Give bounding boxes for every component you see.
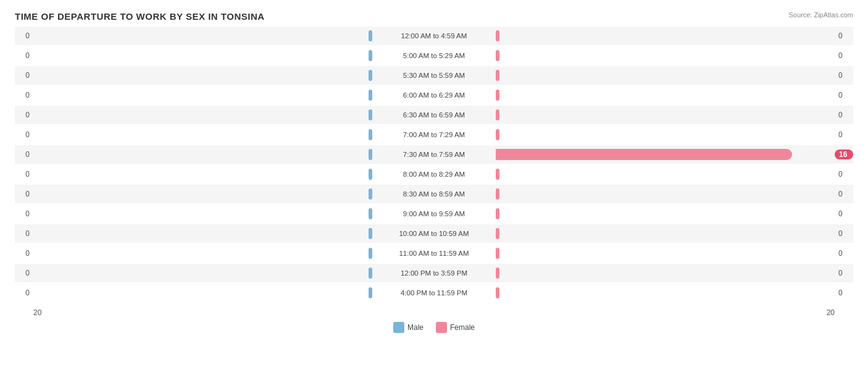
axis-left: 20 — [33, 308, 41, 317]
bar-value-male: 0 — [15, 289, 33, 297]
bar-row: 0 9:00 AM to 9:59 AM 0 — [15, 205, 853, 223]
chart-container: TIME OF DEPARTURE TO WORK BY SEX IN TONS… — [0, 0, 868, 367]
bar-value-female: 0 — [835, 32, 853, 40]
bar-center: 8:00 AM to 8:29 AM — [33, 165, 835, 184]
chart-title: TIME OF DEPARTURE TO WORK BY SEX IN TONS… — [15, 11, 853, 22]
left-bar-area — [33, 228, 372, 239]
bar-row: 0 5:30 AM to 5:59 AM 0 — [15, 66, 853, 85]
left-bar-area — [33, 248, 372, 259]
bar-value-male: 0 — [15, 111, 33, 119]
left-bar-area — [33, 30, 372, 41]
female-bar — [496, 30, 499, 41]
bar-value-female: 16 — [835, 150, 853, 159]
bar-center: 5:00 AM to 5:29 AM — [33, 46, 835, 65]
bar-row: 0 6:00 AM to 6:29 AM 0 — [15, 86, 853, 104]
bar-value-male: 0 — [15, 150, 33, 159]
left-bar-area — [33, 208, 372, 219]
female-bar — [496, 268, 499, 279]
left-bar-area — [33, 169, 372, 180]
bar-value-male: 0 — [15, 229, 33, 238]
right-bar-area — [496, 50, 835, 61]
bar-value-male: 0 — [15, 51, 33, 60]
legend-area: Male Female — [15, 322, 853, 333]
bar-value-male: 0 — [15, 32, 33, 40]
time-label: 8:00 AM to 8:29 AM — [372, 171, 496, 178]
left-bar-area — [33, 109, 372, 120]
bar-row: 0 6:30 AM to 6:59 AM 0 — [15, 106, 853, 124]
axis-labels: 20 20 — [15, 308, 853, 317]
bar-row: 0 7:30 AM to 7:59 AM 16 — [15, 145, 853, 164]
time-label: 12:00 AM to 4:59 AM — [372, 32, 496, 40]
bar-value-female: 0 — [835, 51, 853, 60]
right-bar-area — [496, 169, 835, 180]
bar-center: 6:00 AM to 6:29 AM — [33, 86, 835, 104]
bar-row: 0 10:00 AM to 10:59 AM 0 — [15, 224, 853, 243]
bar-value-male: 0 — [15, 71, 33, 80]
right-bar-area — [496, 129, 835, 140]
bar-center: 7:30 AM to 7:59 AM — [33, 145, 835, 164]
female-bar — [496, 149, 792, 160]
time-label: 5:00 AM to 5:29 AM — [372, 52, 496, 59]
bar-center: 4:00 PM to 11:59 PM — [33, 284, 835, 302]
bar-center: 6:30 AM to 6:59 AM — [33, 106, 835, 124]
bar-row: 0 12:00 PM to 3:59 PM 0 — [15, 264, 853, 282]
female-bar — [496, 208, 499, 219]
bar-value-female: 0 — [835, 209, 853, 218]
left-bar-area — [33, 70, 372, 81]
bar-value-female: 0 — [835, 190, 853, 198]
right-bar-area — [496, 208, 835, 219]
source-text: Source: ZipAtlas.com — [788, 11, 853, 19]
female-bar — [496, 129, 499, 140]
bar-value-male: 0 — [15, 91, 33, 99]
bar-row: 0 12:00 AM to 4:59 AM 0 — [15, 27, 853, 45]
bar-row: 0 8:30 AM to 8:59 AM 0 — [15, 185, 853, 203]
bar-center: 12:00 AM to 4:59 AM — [33, 27, 835, 45]
bar-value-female: 0 — [835, 130, 853, 139]
left-bar-area — [33, 149, 372, 160]
time-label: 4:00 PM to 11:59 PM — [372, 289, 496, 297]
bar-value-male: 0 — [15, 190, 33, 198]
female-bar — [496, 287, 499, 298]
left-bar-area — [33, 268, 372, 279]
bar-value-male: 0 — [15, 170, 33, 179]
female-bar — [496, 248, 499, 259]
bar-row: 0 8:00 AM to 8:29 AM 0 — [15, 165, 853, 184]
right-bar-area — [496, 228, 835, 239]
left-bar-area — [33, 129, 372, 140]
bar-center: 5:30 AM to 5:59 AM — [33, 66, 835, 85]
time-label: 12:00 PM to 3:59 PM — [372, 269, 496, 277]
right-bar-area — [496, 30, 835, 41]
right-bar-area — [496, 268, 835, 279]
bar-value-female: 0 — [835, 249, 853, 258]
time-label: 11:00 AM to 11:59 AM — [372, 250, 496, 257]
bar-center: 8:30 AM to 8:59 AM — [33, 185, 835, 203]
right-bar-area — [496, 188, 835, 200]
female-bar — [496, 70, 499, 81]
female-bar — [496, 228, 499, 239]
time-label: 7:30 AM to 7:59 AM — [372, 151, 496, 158]
female-bar — [496, 188, 499, 200]
female-bar — [496, 50, 499, 61]
female-bar — [496, 169, 499, 180]
female-bar — [496, 90, 499, 101]
bar-value-female: 0 — [835, 229, 853, 238]
bar-center: 11:00 AM to 11:59 AM — [33, 244, 835, 263]
bar-value-female: 0 — [835, 269, 853, 277]
left-bar-area — [33, 287, 372, 298]
bar-value-female: 0 — [835, 91, 853, 99]
female-label: Female — [450, 323, 475, 332]
bar-center: 12:00 PM to 3:59 PM — [33, 264, 835, 282]
left-bar-area — [33, 90, 372, 101]
female-bar — [496, 109, 499, 120]
bar-value-female: 0 — [835, 111, 853, 119]
bar-value-female: 0 — [835, 71, 853, 80]
bar-row: 0 11:00 AM to 11:59 AM 0 — [15, 244, 853, 263]
bar-value-male: 0 — [15, 269, 33, 277]
female-swatch — [436, 322, 447, 333]
bar-row: 0 4:00 PM to 11:59 PM 0 — [15, 284, 853, 302]
time-label: 9:00 AM to 9:59 AM — [372, 210, 496, 217]
bar-row: 0 7:00 AM to 7:29 AM 0 — [15, 125, 853, 144]
bar-value-female: 0 — [835, 289, 853, 297]
male-label: Male — [407, 323, 424, 332]
left-bar-area — [33, 50, 372, 61]
